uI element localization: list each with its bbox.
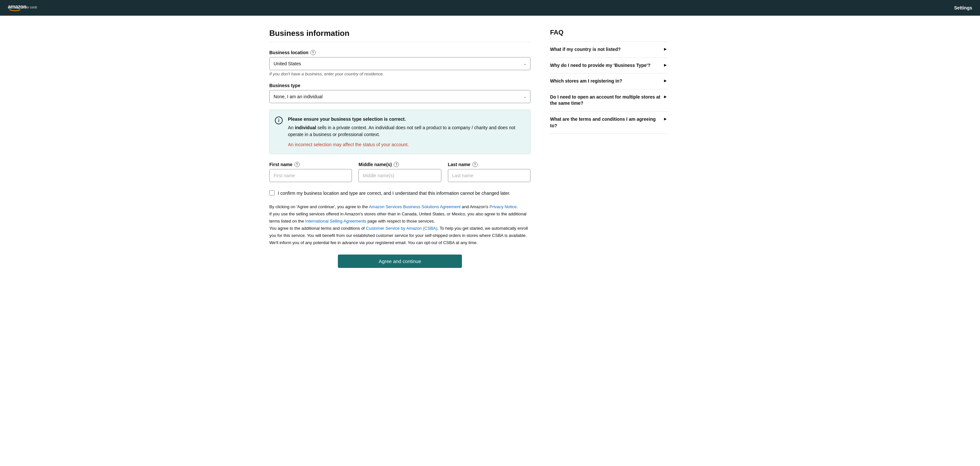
faq-question-3: Which stores am I registering in?: [550, 78, 660, 84]
middle-name-label: Middle name(s) ?: [358, 162, 441, 167]
confirmation-checkbox[interactable]: [269, 190, 275, 196]
business-location-label: Business location ?: [269, 50, 530, 55]
first-name-label: First name ?: [269, 162, 352, 167]
last-name-label: Last name ?: [448, 162, 530, 167]
form-section: Business information Business location ?…: [269, 29, 530, 268]
name-fields-row: First name ? Middle name(s) ? Last name …: [269, 162, 530, 182]
last-name-help-icon[interactable]: ?: [473, 162, 477, 167]
agree-and-continue-button[interactable]: Agree and continue: [338, 254, 462, 268]
svg-text:seller central: seller central: [22, 6, 37, 9]
legal-line1-suffix: .: [517, 204, 518, 209]
business-type-group: Business type None, I am an individual ⌄: [269, 83, 530, 103]
confirmation-checkbox-label[interactable]: I confirm my business location and type …: [278, 190, 510, 197]
info-box-title: Please ensure your business type selecti…: [288, 116, 523, 122]
legal-line1-prefix: By clicking on 'Agree and continue', you…: [269, 204, 369, 209]
header: amazon seller central Settings: [0, 0, 980, 16]
business-type-select[interactable]: None, I am an individual: [269, 90, 530, 103]
chevron-right-icon-1: ►: [663, 46, 668, 52]
amazon-bsa-link[interactable]: Amazon Services Business Solutions Agree…: [369, 204, 461, 209]
business-location-group: Business location ? United States ⌄ If y…: [269, 50, 530, 76]
privacy-notice-link[interactable]: Privacy Notice: [489, 204, 517, 209]
faq-question-1: What if my country is not listed?: [550, 46, 660, 53]
chevron-right-icon-5: ►: [663, 116, 668, 121]
middle-name-input[interactable]: [358, 169, 441, 182]
first-name-input[interactable]: [269, 169, 352, 182]
first-name-field: First name ?: [269, 162, 352, 182]
page-title: Business information: [269, 29, 530, 42]
business-location-help-icon[interactable]: ?: [310, 50, 316, 55]
faq-question-2: Why do I need to provide my 'Business Ty…: [550, 62, 660, 69]
business-type-select-wrapper: None, I am an individual ⌄: [269, 90, 530, 103]
business-location-hint: If you don't have a business, enter your…: [269, 72, 530, 76]
faq-question-4: Do I need to open an account for multipl…: [550, 94, 660, 107]
legal-line1-mid: and Amazon's: [461, 204, 489, 209]
last-name-input[interactable]: [448, 169, 530, 182]
legal-line3-prefix: You agree to the additional terms and co…: [269, 226, 366, 231]
last-name-field: Last name ?: [448, 162, 530, 182]
faq-item-2[interactable]: Why do I need to provide my 'Business Ty…: [550, 58, 668, 74]
middle-name-help-icon[interactable]: ?: [394, 162, 399, 167]
faq-title: FAQ: [550, 29, 668, 36]
logo: amazon seller central: [8, 3, 37, 13]
chevron-right-icon-4: ►: [663, 94, 668, 99]
info-icon: i: [275, 116, 283, 124]
legal-line2-suffix: page with respect to those services.: [366, 219, 435, 224]
page-container: Business information Business location ?…: [261, 16, 719, 281]
chevron-right-icon-3: ►: [663, 78, 668, 83]
info-box-warning: An incorrect selection may affect the st…: [288, 142, 523, 147]
info-box-body: An individual sells in a private context…: [288, 124, 523, 138]
chevron-right-icon-2: ►: [663, 62, 668, 68]
faq-item-1[interactable]: What if my country is not listed? ►: [550, 42, 668, 58]
business-type-label: Business type: [269, 83, 530, 88]
faq-section: FAQ What if my country is not listed? ► …: [550, 29, 668, 268]
business-type-info-box: i Please ensure your business type selec…: [269, 110, 530, 154]
settings-link[interactable]: Settings: [954, 5, 972, 10]
faq-item-4[interactable]: Do I need to open an account for multipl…: [550, 89, 668, 111]
faq-question-5: What are the terms and conditions I am a…: [550, 116, 660, 129]
legal-text: By clicking on 'Agree and continue', you…: [269, 203, 530, 247]
business-location-select-wrapper: United States ⌄: [269, 57, 530, 70]
international-selling-link[interactable]: International Selling Agreements: [305, 219, 366, 224]
csba-link[interactable]: Customer Service by Amazon (CSBA): [366, 226, 438, 231]
faq-item-5[interactable]: What are the terms and conditions I am a…: [550, 111, 668, 134]
first-name-help-icon[interactable]: ?: [294, 162, 300, 167]
confirmation-checkbox-row: I confirm my business location and type …: [269, 190, 530, 197]
middle-name-field: Middle name(s) ?: [358, 162, 441, 182]
faq-item-3[interactable]: Which stores am I registering in? ►: [550, 73, 668, 89]
business-location-select[interactable]: United States: [269, 57, 530, 70]
amazon-logo: amazon seller central: [8, 3, 37, 13]
